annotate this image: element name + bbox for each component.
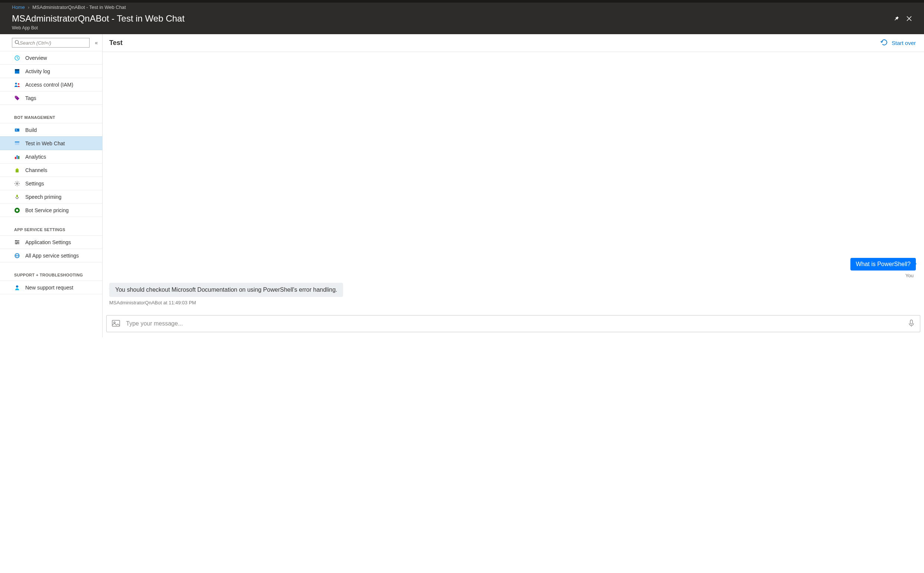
svg-rect-11 <box>15 142 19 142</box>
svg-point-4 <box>15 83 17 85</box>
sidebar-item-label: All App service settings <box>25 253 79 258</box>
sidebar-item-bot-pricing[interactable]: Bot Service pricing <box>0 203 102 217</box>
svg-point-6 <box>16 97 16 97</box>
svg-rect-14 <box>18 156 19 159</box>
sidebar-item-label: Activity log <box>25 68 50 74</box>
sidebar-item-activity-log[interactable]: Activity log <box>0 64 102 78</box>
svg-rect-21 <box>15 242 19 243</box>
application-settings-icon <box>14 239 20 245</box>
svg-rect-29 <box>112 320 120 326</box>
analytics-icon <box>14 154 20 160</box>
sidebar-item-access-control[interactable]: Access control (IAM) <box>0 78 102 91</box>
page-subtitle: Web App Bot <box>12 25 185 30</box>
channels-icon <box>14 167 20 173</box>
sidebar-item-label: Tags <box>25 95 36 101</box>
start-over-button[interactable]: Start over <box>880 39 916 47</box>
sidebar-item-build[interactable]: Build <box>0 123 102 137</box>
svg-rect-22 <box>15 243 19 244</box>
sidebar-item-label: Analytics <box>25 154 46 160</box>
page-title: MSAdministratorQnABot - Test in Web Chat <box>12 13 185 24</box>
sidebar-item-application-settings[interactable]: Application Settings <box>0 235 102 249</box>
content-header: Test Start over <box>103 34 924 52</box>
search-input[interactable] <box>20 40 87 46</box>
search-input-container[interactable] <box>12 38 89 48</box>
sidebar-item-channels[interactable]: Channels <box>0 163 102 177</box>
sidebar-item-speech-priming[interactable]: Speech priming <box>0 190 102 204</box>
sidebar-item-label: New support request <box>25 285 73 291</box>
sidebar-item-all-app-settings[interactable]: All App service settings <box>0 249 102 262</box>
webchat-icon <box>14 141 20 146</box>
global-nav-bar <box>0 0 924 3</box>
svg-point-23 <box>16 240 17 241</box>
chat-message-bot: You should checkout Microsoft Documentat… <box>109 283 343 297</box>
svg-point-16 <box>16 183 18 184</box>
pricing-icon <box>14 207 20 213</box>
sidebar-item-label: Build <box>25 127 37 133</box>
upload-image-icon[interactable] <box>112 320 120 328</box>
build-icon <box>14 127 20 133</box>
breadcrumb: Home › MSAdministratorQnABot - Test in W… <box>0 3 924 12</box>
chat-input[interactable] <box>126 320 902 327</box>
restart-icon <box>880 39 888 47</box>
sidebar-section-bot-management: BOT MANAGEMENT <box>0 105 102 124</box>
tags-icon <box>14 95 20 101</box>
svg-rect-12 <box>15 157 16 159</box>
globe-icon <box>14 253 20 258</box>
sidebar-section-app-service: APP SERVICE SETTINGS <box>0 217 102 236</box>
chat-message-bot-meta: MSAdministratorQnABot at 11:49:03 PM <box>109 300 196 305</box>
collapse-sidebar-icon[interactable]: « <box>93 40 99 46</box>
svg-point-25 <box>16 243 17 244</box>
title-bar: MSAdministratorQnABot - Test in Web Chat… <box>0 12 924 34</box>
pin-icon[interactable] <box>894 16 899 23</box>
start-over-label: Start over <box>892 40 916 46</box>
breadcrumb-current: MSAdministratorQnABot - Test in Web Chat <box>32 5 126 10</box>
chat-input-row <box>106 315 920 332</box>
activity-log-icon <box>14 68 20 74</box>
content-title: Test <box>109 39 123 47</box>
svg-rect-15 <box>16 169 19 172</box>
overview-icon <box>14 55 20 61</box>
chat-message-user: What is PowerShell? <box>850 258 916 271</box>
gear-icon <box>14 181 20 186</box>
svg-rect-9 <box>16 130 17 130</box>
svg-rect-8 <box>16 129 17 130</box>
sidebar-item-label: Speech priming <box>25 194 61 200</box>
svg-rect-31 <box>910 320 913 324</box>
sidebar-item-label: Access control (IAM) <box>25 82 73 88</box>
svg-rect-13 <box>17 155 18 159</box>
svg-point-28 <box>16 285 18 288</box>
sidebar-item-settings[interactable]: Settings <box>0 177 102 190</box>
svg-point-5 <box>18 83 19 85</box>
sidebar-item-analytics[interactable]: Analytics <box>0 150 102 163</box>
sidebar-item-label: Channels <box>25 167 47 173</box>
chat-area: What is PowerShell? You You should check… <box>103 52 924 312</box>
sidebar: « Overview Activity log Access control (… <box>0 34 103 337</box>
sidebar-item-label: Bot Service pricing <box>25 207 69 213</box>
svg-rect-17 <box>16 195 18 197</box>
close-icon[interactable] <box>906 16 912 23</box>
breadcrumb-home-link[interactable]: Home <box>12 5 25 10</box>
sidebar-item-new-support-request[interactable]: New support request <box>0 280 102 294</box>
breadcrumb-separator: › <box>28 5 29 10</box>
microphone-icon <box>14 194 20 200</box>
svg-point-0 <box>15 40 19 44</box>
svg-rect-3 <box>15 69 19 70</box>
sidebar-item-tags[interactable]: Tags <box>0 91 102 105</box>
access-control-icon <box>14 82 20 88</box>
sidebar-item-label: Overview <box>25 55 47 61</box>
microphone-icon[interactable] <box>908 319 915 329</box>
support-icon <box>14 285 20 291</box>
svg-point-19 <box>16 209 18 211</box>
content-pane: Test Start over What is PowerShell? You … <box>103 34 924 337</box>
svg-point-24 <box>17 241 19 243</box>
sidebar-item-label: Test in Web Chat <box>25 141 65 146</box>
sidebar-section-support: SUPPORT + TROUBLESHOOTING <box>0 262 102 281</box>
chat-message-user-meta: You <box>905 273 916 278</box>
sidebar-item-label: Settings <box>25 181 44 186</box>
search-icon <box>14 40 20 46</box>
sidebar-item-label: Application Settings <box>25 239 71 245</box>
sidebar-item-overview[interactable]: Overview <box>0 51 102 65</box>
sidebar-item-test-web-chat[interactable]: Test in Web Chat <box>0 136 102 150</box>
